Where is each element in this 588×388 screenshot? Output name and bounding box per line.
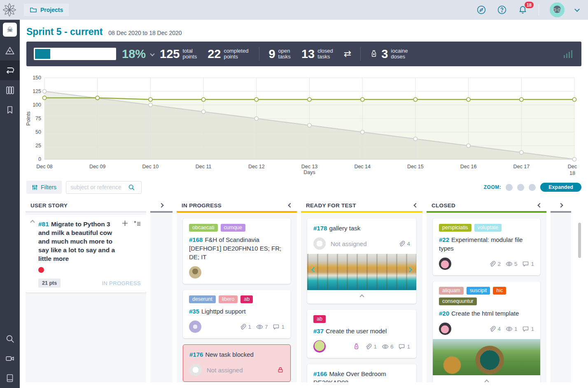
add-list-icon xyxy=(133,220,141,227)
zoom-level-dot-2[interactable] xyxy=(517,184,524,191)
avatar[interactable] xyxy=(439,323,451,335)
collapse-column-chevron-icon[interactable] xyxy=(288,203,292,207)
collapse-column-chevron-icon[interactable] xyxy=(413,203,418,207)
discover-button[interactable] xyxy=(476,5,486,15)
sidebar-item-search[interactable] xyxy=(0,329,20,349)
tag: hic xyxy=(493,287,506,295)
watcher-count: 1 xyxy=(514,326,518,332)
expand-column-chevron-icon[interactable] xyxy=(159,203,163,207)
paperclip-icon xyxy=(489,260,496,267)
task-ref-link[interactable]: #176 xyxy=(189,351,203,358)
avatar[interactable] xyxy=(313,340,326,353)
task-card-20[interactable]: aliquam suscipit hic consequuntur #20Cre… xyxy=(433,281,540,382)
toggle-burndown-button[interactable] xyxy=(563,49,574,59)
open-tasks-stat: 9 opentasks xyxy=(268,47,290,61)
user-avatar[interactable]: ⊙⊙ xyxy=(550,2,565,17)
task-title: #178gallery task xyxy=(313,224,410,232)
swap-view-icon[interactable]: ⇄ xyxy=(344,49,351,59)
task-ref-link[interactable]: #168 xyxy=(189,236,203,243)
zoom-level-dot-3[interactable] xyxy=(529,184,536,191)
user-story-ref-link[interactable]: #81 xyxy=(38,221,49,228)
task-ref-link[interactable]: #35 xyxy=(189,308,199,315)
task-ref-link[interactable]: #166 xyxy=(313,370,327,377)
bulk-add-tasks-button[interactable] xyxy=(133,220,141,263)
avatar[interactable] xyxy=(189,266,201,279)
sidebar-item-backlog[interactable] xyxy=(0,41,20,60)
task-card-168[interactable]: obcaecati cumque #168F&H of Scandinavia … xyxy=(183,218,291,284)
vertical-scrollbar[interactable] xyxy=(578,223,581,258)
sidebar-item-taskboard[interactable] xyxy=(0,60,20,80)
sidebar-item-wiki[interactable] xyxy=(0,368,20,388)
column-title: USER STORY xyxy=(30,202,68,209)
collapse-preview-chevron-icon[interactable] xyxy=(359,294,364,299)
task-ref-link[interactable]: #178 xyxy=(313,225,327,232)
task-card-22[interactable]: perspiciatis voluptate #22Experimental: … xyxy=(433,218,540,275)
task-card-166[interactable]: #166Make Over Bedroom DE20KAR08 xyxy=(307,364,416,382)
task-card-176-blocked[interactable]: #176New task blocked Not assigned xyxy=(183,344,291,382)
task-ref-link[interactable]: #37 xyxy=(313,328,324,335)
iocaine-flask-icon xyxy=(353,343,360,350)
wiki-book-icon xyxy=(5,373,15,383)
column-ready-for-test: READY FOR TEST #178gallery task Not assi… xyxy=(301,198,422,382)
taiga-logo[interactable] xyxy=(0,2,19,18)
task-card-37[interactable]: ab #37Create the user model 1 6 1 xyxy=(307,310,416,358)
watcher-count: 5 xyxy=(514,261,518,267)
avatar[interactable] xyxy=(439,258,451,270)
story-points-badge[interactable]: 21 pts xyxy=(38,279,61,288)
project-sidebar: ☠ xyxy=(0,20,20,388)
user-menu-chevron-icon[interactable] xyxy=(574,7,580,12)
task-title: #35Lighttpd support xyxy=(189,307,285,316)
task-ref-link[interactable]: #20 xyxy=(439,310,449,317)
user-story-title-text: Migrate to Python 3 and milk a beautiful… xyxy=(38,221,115,262)
svg-text:Dec 17: Dec 17 xyxy=(513,164,530,170)
expand-column-chevron-icon[interactable] xyxy=(558,203,563,207)
gallery-prev-icon[interactable] xyxy=(311,267,317,272)
eye-icon xyxy=(506,260,513,267)
gallery-next-icon[interactable] xyxy=(407,267,412,272)
sidebar-item-kanban[interactable] xyxy=(0,80,20,100)
collapse-story-chevron-icon[interactable] xyxy=(30,220,35,224)
closed-tasks-stat: 13 closedtasks xyxy=(301,47,333,61)
not-assigned-label: Not assigned xyxy=(207,367,243,374)
svg-text:Dec 14: Dec 14 xyxy=(354,164,371,170)
task-card-35[interactable]: deserunt libero ab #35Lighttpd support 1… xyxy=(183,290,291,338)
tag: obcaecati xyxy=(189,224,218,232)
comment-count: 1 xyxy=(281,324,285,330)
stats-toggle-chevron-icon[interactable] xyxy=(150,51,154,56)
project-avatar[interactable]: ☠ xyxy=(3,23,17,37)
skull-icon: ☠ xyxy=(7,26,13,34)
filters-button[interactable]: Filters xyxy=(26,181,62,194)
sidebar-item-meet[interactable] xyxy=(0,349,20,368)
comment-icon xyxy=(398,343,405,350)
tag: perspiciatis xyxy=(439,224,471,232)
user-story-card[interactable]: #81Migrate to Python 3 and milk a beauti… xyxy=(26,215,146,293)
story-status-label[interactable]: IN PROGRESS xyxy=(102,280,141,286)
projects-button[interactable]: Projects xyxy=(24,4,69,16)
collapse-column-chevron-icon[interactable] xyxy=(537,203,542,207)
columns-icon xyxy=(5,85,15,95)
search-input[interactable] xyxy=(70,184,128,191)
column-underline xyxy=(177,211,297,213)
svg-text:Dec 12: Dec 12 xyxy=(248,164,265,170)
add-task-button[interactable] xyxy=(121,220,128,263)
zoom-expanded-button[interactable]: Expanded xyxy=(540,183,581,192)
task-title: #22Experimental: modular file types xyxy=(439,235,534,253)
task-ref-link[interactable]: #22 xyxy=(439,236,449,243)
avatar-unassigned[interactable] xyxy=(189,364,202,376)
user-story-title: #81Migrate to Python 3 and milk a beauti… xyxy=(38,220,121,263)
task-card-178[interactable]: #178gallery task Not assigned 4 xyxy=(307,218,416,304)
column-underline xyxy=(150,211,173,213)
help-button[interactable] xyxy=(497,5,507,15)
svg-text:Dec 16: Dec 16 xyxy=(460,164,477,170)
svg-text:Dec 15: Dec 15 xyxy=(407,164,424,170)
notifications-button[interactable]: 18 xyxy=(518,5,528,15)
stat-label: closed xyxy=(317,48,333,54)
sidebar-item-issues[interactable] xyxy=(0,100,20,120)
avatar[interactable] xyxy=(189,321,201,333)
filters-row: Filters ZOOM: Expanded xyxy=(26,181,581,194)
avatar-unassigned[interactable] xyxy=(313,237,326,250)
zoom-level-dot-1[interactable] xyxy=(506,184,513,191)
collapse-preview-chevron-icon[interactable] xyxy=(484,379,489,382)
column-title: READY FOR TEST xyxy=(306,202,356,209)
search-icon xyxy=(128,184,135,191)
